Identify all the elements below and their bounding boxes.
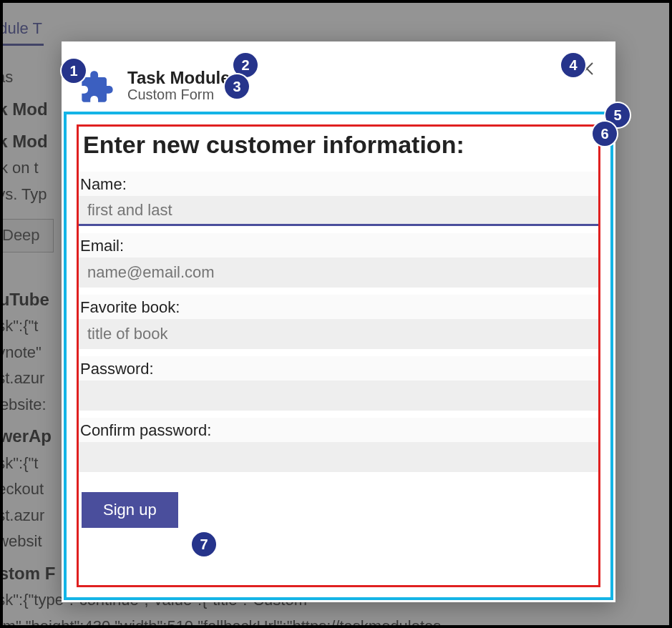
- dialog-subtitle: Custom Form: [127, 87, 230, 103]
- form-title: Enter new customer information:: [83, 131, 594, 159]
- callout-6: 6: [593, 122, 617, 146]
- callout-7: 7: [192, 532, 216, 556]
- sign-up-button[interactable]: Sign up: [82, 492, 178, 528]
- task-module-dialog: Task Module Custom Form Enter new custom…: [62, 41, 615, 602]
- password-input[interactable]: [79, 381, 598, 411]
- name-label: Name:: [79, 172, 598, 196]
- dialog-header: Task Module Custom Form: [62, 41, 615, 122]
- name-input[interactable]: [79, 196, 598, 226]
- callout-1: 1: [62, 59, 86, 83]
- favorite-book-label: Favorite book:: [79, 295, 598, 319]
- callout-2: 2: [233, 53, 258, 77]
- form-content-area: Enter new customer information: Name: Em…: [77, 124, 600, 587]
- email-label: Email:: [79, 233, 598, 257]
- confirm-password-label: Confirm password:: [79, 418, 598, 442]
- email-input[interactable]: [79, 257, 598, 288]
- callout-4: 4: [561, 53, 585, 77]
- iframe-boundary: Enter new customer information: Name: Em…: [64, 112, 613, 600]
- favorite-book-input[interactable]: [79, 319, 598, 349]
- confirm-password-input[interactable]: [79, 442, 598, 472]
- dialog-app-title: Task Module: [127, 68, 230, 88]
- password-label: Password:: [79, 356, 598, 381]
- callout-3: 3: [225, 74, 249, 99]
